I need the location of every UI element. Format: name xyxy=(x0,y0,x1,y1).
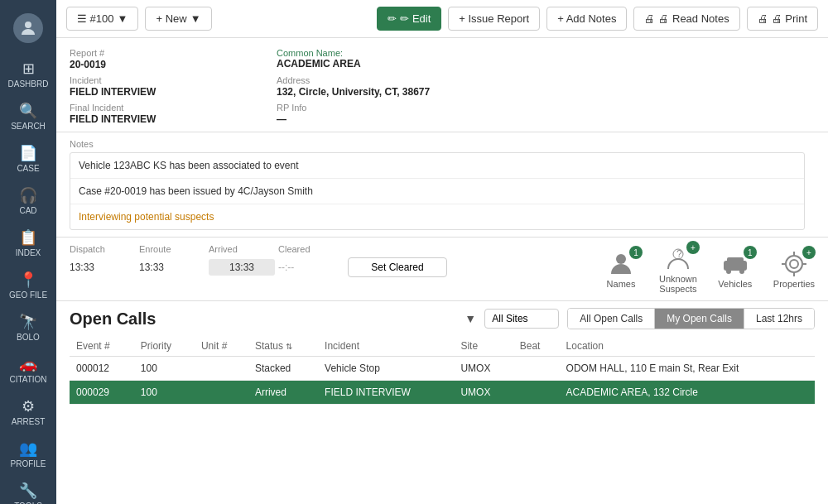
add-notes-button[interactable]: + Add Notes xyxy=(546,7,627,31)
sidebar-item-case[interactable]: 📄 CASE xyxy=(0,137,56,180)
tab-my-open-calls-label: My Open Calls xyxy=(667,313,732,324)
common-name-label: Common Name: xyxy=(277,48,815,58)
report-section: Report # 20-0019 Common Name: ACADEMIC A… xyxy=(56,38,828,132)
vehicles-label: Vehicles xyxy=(718,279,752,289)
tab-my-open-calls[interactable]: My Open Calls xyxy=(655,309,744,329)
sidebar-item-profile[interactable]: 👥 PROFILE xyxy=(0,433,56,475)
citation-icon: 🚗 xyxy=(19,355,37,373)
bolo-icon: 🔭 xyxy=(19,313,37,331)
unknown-suspects-badge: + xyxy=(686,241,700,254)
final-incident-value: FIELD INTERVIEW xyxy=(70,113,260,125)
sidebar-item-avatar[interactable] xyxy=(0,7,56,53)
row2-site: UMOX xyxy=(454,381,513,405)
incident-field: Incident FIELD INTERVIEW xyxy=(70,75,260,98)
sidebar-item-search-label: SEARCH xyxy=(11,122,46,131)
address-field: Address 132, Circle, University, CT, 386… xyxy=(277,75,815,98)
col-site: Site xyxy=(454,336,513,357)
properties-icon: + xyxy=(776,249,812,279)
unknown-suspects-label: Unknown xyxy=(659,274,697,284)
sidebar-item-dashbrd[interactable]: ⊞ DASHBRD xyxy=(0,53,56,95)
sidebar-item-cad-label: CAD xyxy=(19,206,36,215)
menu-button[interactable]: ☰ #100 ▼ xyxy=(66,7,138,31)
row1-site: UMOX xyxy=(454,357,513,381)
address-value: 132, Circle, University, CT, 38677 xyxy=(277,86,815,98)
vehicles-icon-item[interactable]: 1 Vehicles xyxy=(717,249,753,289)
filter-icon[interactable]: ▼ xyxy=(465,312,476,325)
rp-info-label: RP Info xyxy=(277,103,815,113)
rp-info-value: — xyxy=(277,113,815,125)
col-unit-num: Unit # xyxy=(195,336,248,357)
print-button[interactable]: 🖨 🖨 Print xyxy=(747,7,818,31)
dispatch-times: Dispatch Enroute Arrived Cleared 13:33 1… xyxy=(70,244,586,277)
sidebar-item-geofile-label: GEO FILE xyxy=(9,290,47,300)
report-num-label: Report # xyxy=(70,48,260,58)
unknown-suspects-icon: ? + xyxy=(660,244,696,274)
new-button[interactable]: + New ▼ xyxy=(145,7,211,31)
cleared-header: Cleared xyxy=(278,244,344,254)
svg-text:?: ? xyxy=(676,248,682,260)
row1-priority: 100 xyxy=(134,357,195,381)
edit-button[interactable]: ✏ ✏ Edit xyxy=(377,7,441,31)
notes-label: Notes xyxy=(70,139,815,149)
note-text-1: Vehicle 123ABC KS has been associated to… xyxy=(79,160,299,171)
rp-info-field: RP Info — xyxy=(277,103,815,125)
sidebar-item-index[interactable]: 📋 INDEX xyxy=(0,222,56,264)
set-cleared-label: Set Cleared xyxy=(371,262,423,273)
table-row[interactable]: 000029 100 Arrived FIELD INTERVIEW UMOX … xyxy=(70,381,815,405)
incident-value: FIELD INTERVIEW xyxy=(70,86,260,98)
sites-select[interactable]: All Sites xyxy=(484,309,559,329)
print-label: 🖨 Print xyxy=(772,12,807,25)
enroute-time: 13:33 xyxy=(139,262,205,273)
note-text-3: Interviewing potential suspects xyxy=(79,211,214,223)
svg-rect-5 xyxy=(727,257,744,264)
icons-row: 1 Names ? + Unknown Suspects xyxy=(603,244,815,294)
svg-point-8 xyxy=(786,256,802,272)
sidebar-item-search[interactable]: 🔍 SEARCH xyxy=(0,95,56,137)
edit-label: ✏ Edit xyxy=(400,12,431,25)
cad-icon: 🎧 xyxy=(19,186,37,204)
dashbrd-icon: ⊞ xyxy=(22,60,35,78)
calls-header-row: Event # Priority Unit # Status ⇅ Inciden… xyxy=(70,336,815,357)
svg-point-1 xyxy=(616,254,626,264)
row2-event-num: 000029 xyxy=(70,381,134,405)
issue-report-button[interactable]: + Issue Report xyxy=(448,7,540,31)
toolbar: ☰ #100 ▼ + New ▼ ✏ ✏ Edit + Issue Report… xyxy=(56,0,828,38)
names-icon-item[interactable]: 1 Names xyxy=(603,249,639,289)
sidebar-item-geofile[interactable]: 📍 GEO FILE xyxy=(0,264,56,306)
names-badge: 1 xyxy=(629,246,643,259)
calls-table-header: Event # Priority Unit # Status ⇅ Inciden… xyxy=(70,336,815,357)
sidebar-item-arrest[interactable]: ⚙ ARREST xyxy=(0,391,56,433)
properties-label: Properties xyxy=(773,279,815,289)
new-chevron-icon: ▼ xyxy=(190,12,201,25)
set-cleared-button[interactable]: Set Cleared xyxy=(348,257,447,277)
col-priority: Priority xyxy=(134,336,195,357)
notes-section: Notes Vehicle 123ABC KS has been associa… xyxy=(56,132,828,238)
col-location: Location xyxy=(560,336,815,357)
unknown-suspects-icon-item[interactable]: ? + Unknown Suspects xyxy=(659,244,697,294)
sidebar-item-bolo-label: BOLO xyxy=(17,333,40,342)
arrived-header: Arrived xyxy=(209,244,275,254)
dispatch-header: Dispatch xyxy=(70,244,136,254)
common-name-value: ACADEMIC AREA xyxy=(277,58,815,70)
tab-last-12hrs[interactable]: Last 12hrs xyxy=(744,309,814,329)
read-notes-button[interactable]: 🖨 🖨 Read Notes xyxy=(633,7,739,31)
sidebar-item-tools[interactable]: 🔧 TOOLS xyxy=(0,475,56,504)
properties-icon-item[interactable]: + Properties xyxy=(773,249,815,289)
sidebar-item-index-label: INDEX xyxy=(16,248,41,257)
new-label: + New xyxy=(156,12,186,25)
sidebar-item-citation[interactable]: 🚗 CITATION xyxy=(0,348,56,391)
dispatch-section: Dispatch Enroute Arrived Cleared 13:33 1… xyxy=(56,238,828,301)
vehicles-icon: 1 xyxy=(717,249,753,279)
sidebar-item-cad[interactable]: 🎧 CAD xyxy=(0,180,56,222)
row1-incident: Vehicle Stop xyxy=(318,357,454,381)
row2-location: ACADEMIC AREA, 132 Circle xyxy=(560,381,815,405)
report-num-value: 20-0019 xyxy=(70,59,260,70)
status-sort-icon[interactable]: ⇅ xyxy=(286,342,292,351)
sidebar-item-bolo[interactable]: 🔭 BOLO xyxy=(0,306,56,348)
table-row[interactable]: 000012 100 Stacked Vehicle Stop UMOX ODO… xyxy=(70,357,815,381)
svg-point-9 xyxy=(790,260,798,268)
tab-all-open-calls[interactable]: All Open Calls xyxy=(568,309,655,329)
dispatch-time: 13:33 xyxy=(70,262,136,273)
note-text-2: Case #20-0019 has been issued by 4C/Jays… xyxy=(79,185,313,197)
row1-status: Stacked xyxy=(248,357,318,381)
